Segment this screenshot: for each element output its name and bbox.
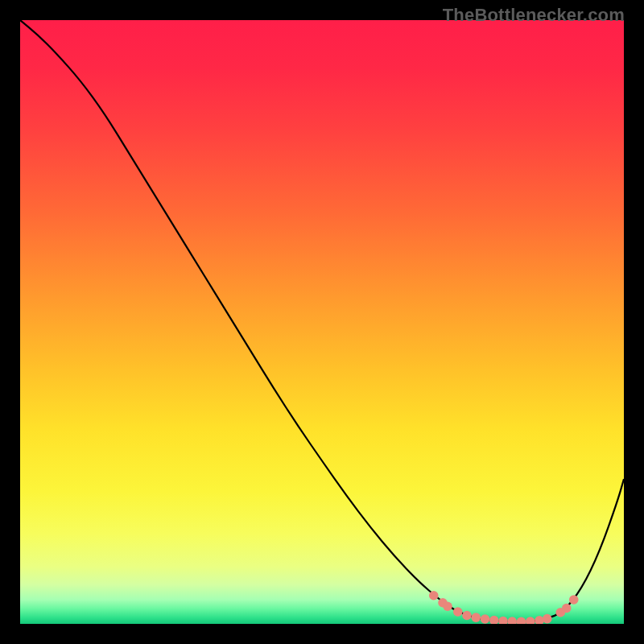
- marker-dot: [471, 613, 481, 622]
- marker-dot: [429, 591, 439, 601]
- gradient-background: [20, 20, 624, 624]
- marker-dot: [443, 601, 452, 611]
- marker-dot: [462, 611, 472, 621]
- plot-area: [20, 20, 624, 624]
- marker-dot: [543, 614, 552, 624]
- marker-dot: [562, 604, 572, 613]
- watermark-text: TheBottlenecker.com: [443, 5, 625, 26]
- marker-dot: [569, 595, 579, 605]
- marker-dot: [481, 614, 490, 624]
- chart-frame: TheBottlenecker.com: [0, 0, 644, 644]
- plot-svg: [20, 20, 624, 624]
- marker-dot: [453, 607, 463, 617]
